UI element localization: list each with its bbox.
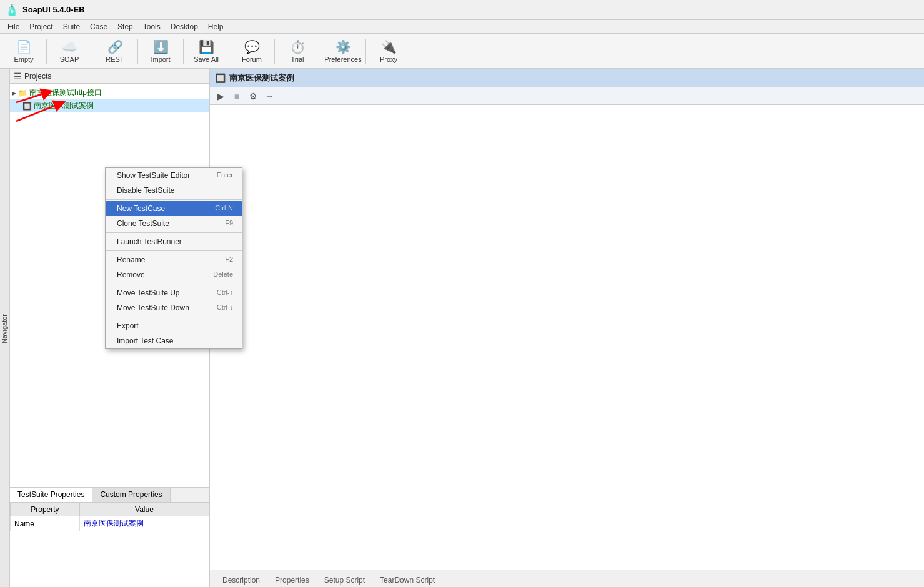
projects-label: Projects <box>24 72 51 81</box>
tab-custom-properties[interactable]: Custom Properties <box>92 488 170 502</box>
run-button[interactable]: ▶ <box>214 89 227 103</box>
tree-item-project[interactable]: ▸ 📁 南京医保测试http接口 <box>10 86 209 99</box>
tab-testsuite-properties[interactable]: TestSuite Properties <box>10 488 92 502</box>
right-tab-icon: 🔲 <box>215 73 226 83</box>
toolbar-btn-proxy[interactable]: 🔌Proxy <box>370 36 407 66</box>
toolbar-btn-rest[interactable]: 🔗REST <box>96 36 134 66</box>
options2-button[interactable]: → <box>262 89 276 103</box>
ctx-label-rename: Rename <box>117 255 145 264</box>
menu-item-desktop[interactable]: Desktop <box>166 21 203 32</box>
right-tab-title: 南京医保测试案例 <box>229 72 294 84</box>
ctx-item-new-testcase[interactable]: New TestCaseCtrl-N <box>106 201 242 216</box>
options1-button[interactable]: ⚙ <box>246 89 260 103</box>
ctx-item-rename[interactable]: RenameF2 <box>106 252 242 267</box>
ctx-label-new-testcase: New TestCase <box>117 204 165 213</box>
ctx-item-export[interactable]: Export <box>106 318 242 333</box>
menu-item-case[interactable]: Case <box>85 21 112 32</box>
toolbar-sep-6 <box>274 39 275 64</box>
menu-item-step[interactable]: Step <box>112 21 138 32</box>
app-logo-icon: 🧴 <box>5 3 19 17</box>
tree-header: ☰ Projects <box>10 69 209 84</box>
folder-icon: 📁 <box>18 89 27 97</box>
ctx-item-disable-testsuite[interactable]: Disable TestSuite <box>106 183 242 198</box>
ctx-sep <box>106 284 242 284</box>
menu-item-suite[interactable]: Suite <box>58 21 85 32</box>
bottom-panel: TestSuite Properties Custom Properties P… <box>10 487 209 587</box>
ctx-item-move-up[interactable]: Move TestSuite UpCtrl-↑ <box>106 285 242 300</box>
ctx-item-launch-testrunner[interactable]: Launch TestRunner <box>106 234 242 249</box>
toolbar-label-soap: SOAP <box>60 56 79 63</box>
ctx-item-remove[interactable]: RemoveDelete <box>106 267 242 282</box>
right-tab-header: 🔲 南京医保测试案例 <box>210 69 924 87</box>
ctx-label-launch-testrunner: Launch TestRunner <box>117 237 182 246</box>
ctx-item-import-test-case[interactable]: Import Test Case <box>106 333 242 348</box>
stop-button[interactable]: ■ <box>230 89 244 103</box>
toolbar-label-import: Import <box>151 56 170 63</box>
toolbar-sep-5 <box>229 39 229 64</box>
ctx-shortcut-move-down: Ctrl-↓ <box>217 303 233 312</box>
right-bottom-tab-setup-script[interactable]: Setup Script <box>317 573 372 587</box>
right-content <box>210 105 924 570</box>
right-bottom-tab-teardown-script[interactable]: TearDown Script <box>372 573 442 587</box>
bottom-tabs: TestSuite Properties Custom Properties <box>10 488 209 503</box>
titlebar: 🧴 SoapUI 5.4.0-EB <box>0 0 924 20</box>
right-bottom-tab-description[interactable]: Description <box>215 573 267 587</box>
right-toolbar: ▶ ■ ⚙ → <box>210 87 924 105</box>
toolbar-label-preferences: Preferences <box>324 56 361 63</box>
toolbar-sep-2 <box>92 39 92 64</box>
ctx-label-disable-testsuite: Disable TestSuite <box>117 186 175 195</box>
toolbar-btn-empty[interactable]: 📄Empty <box>5 36 42 66</box>
main-layout: Navigator ☰ Projects ▸ 📁 南京医保测试http接口 🔲 … <box>0 69 924 587</box>
toolbar-btn-import[interactable]: ⬇️Import <box>142 36 179 66</box>
toolbar-icon-rest: 🔗 <box>107 39 123 54</box>
ctx-label-import-test-case: Import Test Case <box>117 337 173 345</box>
toolbar-sep-1 <box>46 39 47 64</box>
project-label: 南京医保测试http接口 <box>29 87 102 98</box>
context-menu: Show TestSuite EditorEnterDisable TestSu… <box>105 167 242 349</box>
testsuite-label: 南京医保测试案例 <box>34 101 94 111</box>
property-name-cell: Name <box>11 516 80 531</box>
toolbar-icon-save-all: 💾 <box>199 39 214 54</box>
properties-table: Property Value Name南京医保测试案例 <box>10 503 209 587</box>
ctx-shortcut-move-up: Ctrl-↑ <box>217 289 233 297</box>
tree-item-testsuite[interactable]: 🔲 南京医保测试案例 <box>10 99 209 112</box>
ctx-shortcut-show-testsuite-editor: Enter <box>217 171 233 180</box>
right-panel: 🔲 南京医保测试案例 ▶ ■ ⚙ → DescriptionProperties… <box>210 69 924 587</box>
ctx-item-show-testsuite-editor[interactable]: Show TestSuite EditorEnter <box>106 168 242 183</box>
toolbar-btn-trial[interactable]: ⏱️Trial <box>279 36 316 66</box>
navigator-label[interactable]: Navigator <box>0 310 9 347</box>
ctx-label-remove: Remove <box>117 270 145 279</box>
toolbar-btn-preferences[interactable]: ⚙️Preferences <box>324 36 362 66</box>
toolbar-icon-soap: ☁️ <box>62 39 77 54</box>
ctx-item-clone-testsuite[interactable]: Clone TestSuiteF9 <box>106 216 242 231</box>
ctx-item-move-down[interactable]: Move TestSuite DownCtrl-↓ <box>106 300 242 315</box>
toolbar-btn-soap[interactable]: ☁️SOAP <box>51 36 88 66</box>
collapse-icon: ▸ <box>12 89 16 97</box>
property-value-cell[interactable]: 南京医保测试案例 <box>79 516 209 531</box>
toolbar-label-forum: Forum <box>242 56 262 63</box>
toolbar-label-rest: REST <box>106 56 124 63</box>
toolbar-icon-forum: 💬 <box>244 39 260 54</box>
table-row: Name南京医保测试案例 <box>11 516 209 531</box>
navigator-sidebar[interactable]: Navigator <box>0 69 10 587</box>
menu-item-file[interactable]: File <box>2 21 24 32</box>
right-bottom-tab-properties[interactable]: Properties <box>267 573 317 587</box>
toolbar-label-empty: Empty <box>14 56 33 63</box>
ctx-sep <box>106 317 242 317</box>
ctx-label-show-testsuite-editor: Show TestSuite Editor <box>117 171 190 180</box>
app-title: SoapUI 5.4.0-EB <box>22 5 85 14</box>
toolbar-btn-forum[interactable]: 💬Forum <box>233 36 271 66</box>
ctx-shortcut-remove: Delete <box>213 270 233 279</box>
tree-menu-icon[interactable]: ☰ <box>14 71 22 81</box>
menu-item-project[interactable]: Project <box>24 21 57 32</box>
toolbar-btn-save-all[interactable]: 💾Save All <box>187 36 225 66</box>
toolbar-sep-7 <box>320 39 320 64</box>
ctx-label-export: Export <box>117 322 139 330</box>
ctx-sep <box>106 199 242 200</box>
toolbar-label-trial: Trial <box>291 56 304 63</box>
menu-item-help[interactable]: Help <box>203 21 229 32</box>
col-value: Value <box>79 503 209 516</box>
menubar: FileProjectSuiteCaseStepToolsDesktopHelp <box>0 20 924 34</box>
toolbar-label-proxy: Proxy <box>380 56 397 63</box>
menu-item-tools[interactable]: Tools <box>138 21 166 32</box>
